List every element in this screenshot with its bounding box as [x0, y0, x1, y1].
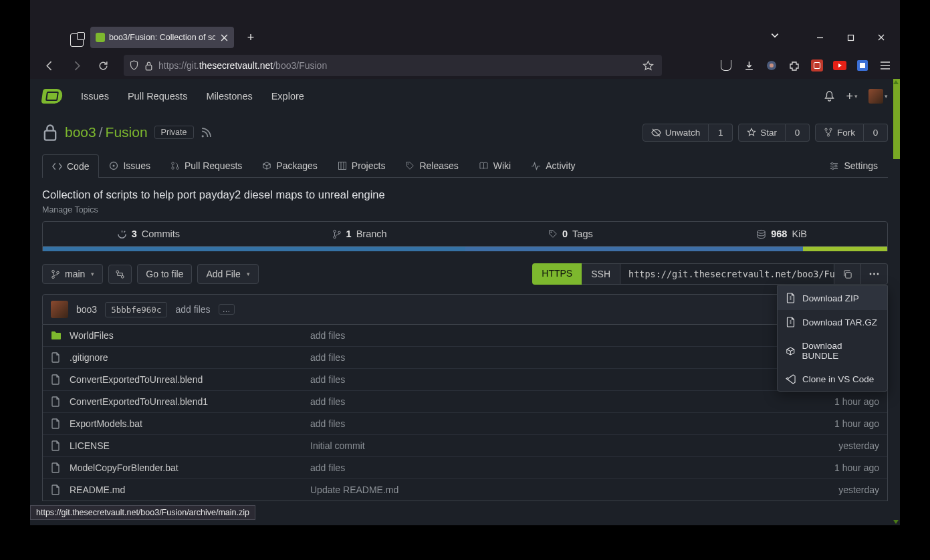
forward-button[interactable] [65, 54, 88, 77]
file-commit-msg[interactable]: add files [310, 462, 834, 473]
scroll-up-icon[interactable] [893, 80, 899, 84]
close-window-button[interactable] [866, 27, 897, 48]
lock-icon [144, 61, 153, 71]
file-name[interactable]: .gitignore [70, 352, 310, 363]
file-name[interactable]: ExportModels.bat [70, 418, 310, 429]
youtube-ext-icon[interactable] [833, 59, 846, 72]
svg-point-28 [57, 271, 60, 274]
commit-sha[interactable]: 5bbbfe960c [105, 302, 167, 317]
app-menu-icon[interactable] [879, 59, 892, 72]
nav-milestones[interactable]: Milestones [206, 91, 252, 102]
file-icon [51, 374, 63, 385]
extensions-icon[interactable] [788, 59, 801, 72]
repo-header: boo3/Fusion Private Unwatch 1 Star 0 For… [42, 123, 888, 142]
tab-code[interactable]: Code [42, 154, 99, 178]
ext-blue-icon[interactable] [856, 59, 869, 72]
browser-chrome: boo3/Fusion: Collection of scri + https:… [30, 0, 900, 79]
add-file-button[interactable]: Add File▾ [197, 264, 258, 284]
branch-select[interactable]: main▾ [42, 264, 103, 284]
scroll-down-icon[interactable] [893, 520, 899, 524]
fork-count[interactable]: 0 [864, 124, 888, 142]
watch-count[interactable]: 1 [709, 124, 733, 142]
clone-url-input[interactable]: https://git.thesecretvault.net/boo3/Fusi… [620, 263, 834, 285]
user-menu[interactable]: ▾ [868, 89, 888, 104]
back-button[interactable] [38, 54, 61, 77]
download-zip[interactable]: Download ZIP [778, 286, 887, 310]
manage-topics-link[interactable]: Manage Topics [42, 205, 888, 215]
file-commit-msg[interactable]: add files [310, 396, 834, 407]
download-targz[interactable]: Download TAR.GZ [778, 310, 887, 334]
stat-commits[interactable]: 3Commits [43, 222, 254, 246]
clone-vscode[interactable]: Clone in VS Code [778, 368, 887, 391]
pocket-icon[interactable] [719, 59, 733, 72]
bookmark-icon[interactable] [643, 60, 654, 72]
maximize-button[interactable] [835, 27, 866, 48]
star-button[interactable]: Star [738, 124, 786, 142]
tab-packages[interactable]: Packages [252, 154, 327, 177]
commit-message[interactable]: add files [175, 304, 210, 315]
close-tab-icon[interactable] [219, 33, 229, 42]
ssh-button[interactable]: SSH [582, 263, 620, 285]
new-tab-button[interactable]: + [244, 31, 257, 44]
nav-explore[interactable]: Explore [271, 91, 304, 102]
goto-file-button[interactable]: Go to file [137, 264, 192, 284]
download-menu-button[interactable] [861, 263, 888, 285]
file-commit-msg[interactable]: add files [310, 418, 834, 429]
download-bundle[interactable]: Download BUNDLE [778, 334, 887, 368]
repo-name[interactable]: Fusion [106, 124, 148, 140]
repo-owner[interactable]: boo3 [65, 124, 96, 140]
fork-button[interactable]: Fork [815, 124, 864, 142]
commit-expand-icon[interactable]: … [219, 304, 235, 315]
reload-button[interactable] [92, 54, 114, 77]
nav-pulls[interactable]: Pull Requests [128, 91, 187, 102]
svg-point-12 [113, 165, 115, 167]
tab-settings[interactable]: Settings [819, 154, 888, 177]
commit-avatar-icon[interactable] [51, 301, 68, 318]
tab-activity[interactable]: Activity [521, 154, 585, 177]
file-name[interactable]: WorldFiles [70, 330, 310, 341]
file-name[interactable]: LICENSE [70, 440, 310, 451]
gitea-logo-icon[interactable] [41, 89, 63, 104]
browser-tab[interactable]: boo3/Fusion: Collection of scri [90, 27, 234, 48]
tab-projects[interactable]: Projects [328, 154, 396, 177]
extension-orb-icon[interactable] [765, 59, 778, 72]
minimize-button[interactable] [804, 27, 835, 48]
tab-releases[interactable]: Releases [395, 154, 468, 177]
file-name[interactable]: ConvertExportedToUnreal.blend1 [70, 396, 310, 407]
notifications-icon[interactable] [824, 90, 835, 102]
copy-url-button[interactable] [834, 263, 861, 285]
toolbar-extensions [719, 59, 892, 72]
scrollbar[interactable] [893, 79, 900, 159]
watch-button[interactable]: Unwatch [643, 124, 709, 142]
file-commit-msg[interactable]: Initial commit [310, 440, 838, 451]
file-time: 1 hour ago [834, 418, 879, 429]
stat-tags[interactable]: 0Tags [465, 222, 677, 246]
ublock-icon[interactable] [810, 59, 824, 72]
svg-point-15 [177, 167, 179, 170]
file-time: yesterday [838, 484, 879, 495]
https-button[interactable]: HTTPS [532, 263, 582, 285]
file-commit-msg[interactable]: Update README.md [310, 484, 838, 495]
tab-overflow-icon[interactable] [770, 31, 780, 40]
downloads-icon[interactable] [742, 59, 755, 72]
stat-branches[interactable]: 1Branch [254, 222, 465, 246]
tab-issues[interactable]: Issues [99, 154, 160, 177]
repo-path: boo3/Fusion [65, 124, 148, 140]
tab-pulls[interactable]: Pull Requests [160, 154, 252, 177]
commit-author[interactable]: boo3 [76, 304, 97, 315]
nav-issues[interactable]: Issues [81, 91, 109, 102]
file-name[interactable]: README.md [70, 484, 310, 495]
rss-icon[interactable] [201, 127, 212, 138]
file-name[interactable]: ModelCopyForBlender.bat [70, 462, 310, 473]
svg-point-3 [770, 63, 774, 67]
sidebar-toggle-icon[interactable] [70, 33, 84, 47]
url-bar[interactable]: https://git.thesecretvault.net/boo3/Fusi… [124, 55, 662, 76]
tab-wiki[interactable]: Wiki [469, 154, 521, 177]
star-count[interactable]: 0 [786, 124, 810, 142]
file-row: README.md Update README.md yesterday [43, 478, 887, 501]
svg-point-23 [338, 231, 340, 234]
file-name[interactable]: ConvertExportedToUnreal.blend [70, 374, 310, 385]
create-menu[interactable]: +▾ [846, 90, 858, 104]
code-action-row: main▾ Go to file Add File▾ HTTPS SSH htt… [42, 263, 888, 285]
compare-button[interactable] [108, 265, 132, 284]
